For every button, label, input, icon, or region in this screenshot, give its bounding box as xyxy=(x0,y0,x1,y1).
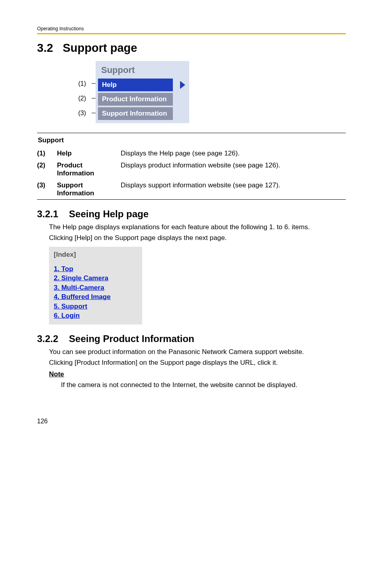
subsection-number: 3.2.2 xyxy=(37,333,58,344)
paragraph: Clicking [Product Information] on the Su… xyxy=(49,358,346,368)
index-link-buffered-image[interactable]: 4. Buffered Image xyxy=(54,292,137,301)
index-link-support[interactable]: 5. Support xyxy=(54,302,137,311)
menu-item-product-information[interactable]: Product Information xyxy=(98,93,173,106)
table-row: (1) Help Displays the Help page (see pag… xyxy=(37,147,346,159)
menu-item-help[interactable]: Help xyxy=(98,79,173,91)
subsection-title: Seeing Product Information xyxy=(69,333,194,344)
figure-label-2: (2) xyxy=(75,92,86,105)
note-heading: Note xyxy=(49,370,346,378)
table-section-head: Support xyxy=(37,133,346,147)
def-term: Product Information xyxy=(57,159,121,179)
table-row: (3) Support Information Displays support… xyxy=(37,179,346,199)
index-box: [Index] 1. Top 2. Single Camera 3. Multi… xyxy=(49,247,142,324)
definitions-table: (1) Help Displays the Help page (see pag… xyxy=(37,147,346,199)
subsection-title: Seeing Help page xyxy=(69,208,149,219)
figure-tick-2 xyxy=(92,98,96,98)
def-num: (1) xyxy=(37,147,57,159)
support-menu-title: Support xyxy=(96,63,189,79)
menu-item-support-information[interactable]: Support Information xyxy=(98,107,173,120)
figure-tick-3 xyxy=(92,113,96,113)
index-link-multi-camera[interactable]: 3. Multi-Camera xyxy=(54,283,137,292)
index-link-single-camera[interactable]: 2. Single Camera xyxy=(54,273,137,283)
page-number: 126 xyxy=(37,418,346,425)
support-menu-background: Support Help Product Information Support… xyxy=(96,61,189,123)
paragraph: The Help page displays explanations for … xyxy=(49,223,346,232)
def-desc: Displays the Help page (see page 126). xyxy=(121,147,346,159)
section-number: 3.2 xyxy=(37,41,53,54)
note-text: If the camera is not connected to the In… xyxy=(61,381,346,390)
paragraph: You can see product information on the P… xyxy=(49,348,346,357)
paragraph: Clicking [Help] on the Support page disp… xyxy=(49,234,346,243)
subsection-number: 3.2.1 xyxy=(37,208,58,219)
index-title: [Index] xyxy=(54,251,137,259)
table-row: (2) Product Information Displays product… xyxy=(37,159,346,179)
figure-label-1: (1) xyxy=(75,77,86,90)
def-num: (3) xyxy=(37,179,57,199)
def-num: (2) xyxy=(37,159,57,179)
def-desc: Displays support information website (se… xyxy=(121,179,346,199)
section-heading: 3.2 Support page xyxy=(37,41,346,55)
running-header: Operating Instructions xyxy=(37,26,346,31)
support-menu-figure: (1) (2) (3) Support Help Product Informa… xyxy=(75,61,346,123)
def-term: Support Information xyxy=(57,179,121,199)
table-bottom-rule xyxy=(37,199,346,200)
def-term: Help xyxy=(57,147,121,159)
index-link-login[interactable]: 6. Login xyxy=(54,311,137,320)
subsection-heading-321: 3.2.1 Seeing Help page xyxy=(37,208,346,220)
header-rule xyxy=(37,33,346,34)
figure-tick-1 xyxy=(92,83,96,84)
figure-label-3: (3) xyxy=(75,106,86,120)
def-desc: Displays product information website (se… xyxy=(121,159,346,179)
subsection-heading-322: 3.2.2 Seeing Product Information xyxy=(37,333,346,344)
triangle-icon xyxy=(180,81,185,89)
index-link-top[interactable]: 1. Top xyxy=(54,264,137,273)
section-title: Support page xyxy=(63,41,137,54)
